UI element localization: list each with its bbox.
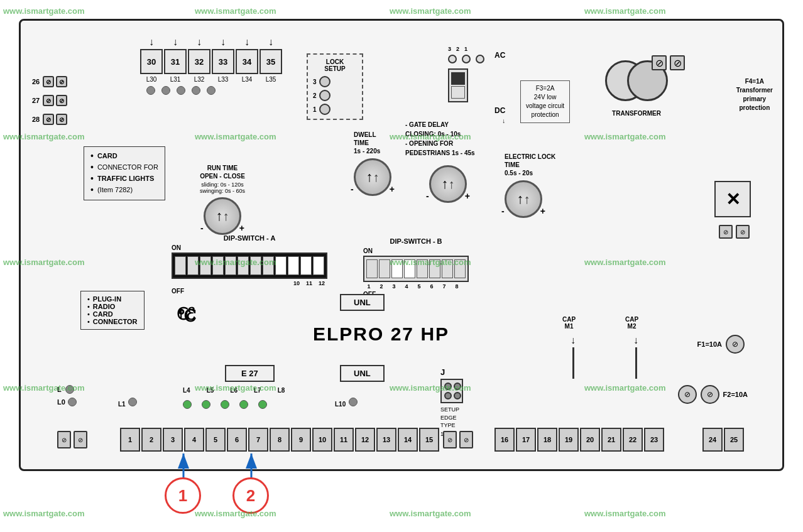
pedestrians-dial[interactable]: ↑ - + bbox=[429, 165, 467, 203]
dip-b-key-6[interactable] bbox=[429, 259, 440, 278]
circle-2-label: 2 bbox=[246, 486, 255, 506]
term-1: 1 bbox=[120, 428, 140, 452]
bullet-plugin: • bbox=[87, 295, 90, 303]
label-L34: L34 bbox=[236, 76, 258, 83]
main-title: ELPRO 27 HP bbox=[313, 323, 449, 345]
dip-a-on: ON bbox=[172, 244, 327, 251]
ped-minus: - bbox=[426, 191, 429, 201]
term-7: 7 bbox=[248, 428, 268, 452]
term-8: 8 bbox=[270, 428, 290, 452]
dip-key-2[interactable] bbox=[187, 256, 199, 275]
term-4: 4 bbox=[184, 428, 204, 452]
term-22: 22 bbox=[623, 428, 643, 452]
bottom-terminals-1: 1 2 3 4 5 6 7 8 9 10 11 12 13 14 15 bbox=[120, 428, 439, 452]
f1-fuse: ⊘ bbox=[726, 335, 745, 354]
f3-label: F3=2A24V lowvoltage circuitprotection bbox=[526, 85, 564, 118]
l-section: L L0 bbox=[57, 385, 77, 406]
dip-key-5[interactable] bbox=[225, 256, 236, 275]
dip-b-on: ON bbox=[363, 247, 469, 254]
right-screws-bottom: ⊘ ⊘ bbox=[719, 225, 750, 239]
circle-number-1: 1 bbox=[165, 477, 201, 514]
label-L33: L33 bbox=[212, 76, 234, 83]
ped-plus: + bbox=[465, 191, 470, 201]
bullet-connector2: • bbox=[87, 318, 90, 325]
term-14: 14 bbox=[398, 428, 418, 452]
L1-label: L1 bbox=[118, 401, 126, 408]
ac-switch[interactable] bbox=[448, 68, 468, 102]
dip-b-key-2[interactable] bbox=[379, 259, 390, 278]
dwell-time-dial[interactable]: ↑ - + bbox=[354, 158, 391, 196]
dip-b-key-8[interactable] bbox=[454, 259, 466, 278]
label-L30: L30 bbox=[140, 76, 163, 83]
led-L7 bbox=[239, 400, 248, 409]
terminal-32: 32 bbox=[188, 49, 210, 74]
dip-key-1[interactable] bbox=[175, 256, 186, 275]
dip-key-11[interactable] bbox=[300, 256, 312, 275]
dc-label: DC bbox=[448, 106, 505, 115]
term-5: 5 bbox=[205, 428, 226, 452]
dip-key-9[interactable] bbox=[275, 256, 287, 275]
led-L8 bbox=[258, 400, 267, 409]
gate-delay-closing: CLOSING: 0s - 10s bbox=[405, 131, 461, 138]
card-connector-box: • CARD • CONNECTOR FOR • TRAFFIC LIGHTS … bbox=[84, 146, 165, 200]
dip-key-12[interactable] bbox=[313, 256, 324, 275]
led-L35 bbox=[207, 86, 216, 95]
watermark-1: www.ismartgate.com bbox=[3, 6, 85, 16]
lock-setup-box: LOCKSETUP 3 2 1 bbox=[307, 53, 363, 120]
j-pin-2 bbox=[454, 383, 461, 390]
led-L10 bbox=[349, 398, 358, 406]
terminal-35: 35 bbox=[259, 49, 282, 74]
card2-label: CARD bbox=[93, 310, 113, 318]
bottom-terminals-3: 24 25 bbox=[702, 428, 744, 452]
watermark-3: www.ismartgate.com bbox=[390, 6, 471, 16]
j-connector: J SETUPEDGETYPE 12 bbox=[440, 366, 463, 437]
lock-plus: + bbox=[540, 206, 545, 216]
dip-b-key-1[interactable] bbox=[366, 259, 378, 278]
dial-plus: + bbox=[239, 223, 244, 233]
dip-a-numrow: 10 11 12 bbox=[172, 280, 327, 286]
f2-fuse-a: ⊘ bbox=[678, 385, 697, 404]
gate-delay-pedestrians: PEDESTRIANS 1s - 45s bbox=[405, 149, 475, 156]
electric-lock-area: ELECTRIC LOCKTIME0.5s - 20s ↑ - + bbox=[505, 153, 555, 218]
term-18: 18 bbox=[537, 428, 557, 452]
dip-b-key-3[interactable] bbox=[391, 259, 403, 278]
f2-fuse-b: ⊘ bbox=[701, 385, 719, 404]
dip-key-3[interactable] bbox=[200, 256, 211, 275]
dip-key-10[interactable] bbox=[288, 256, 299, 275]
unl-1-text: UNL bbox=[354, 298, 371, 307]
plugin-label: PLUG-IN bbox=[93, 295, 121, 303]
watermark-18: www.ismartgate.com bbox=[195, 509, 276, 518]
term-6: 6 bbox=[227, 428, 247, 452]
dip-key-6[interactable] bbox=[238, 256, 249, 275]
term-19: 19 bbox=[559, 428, 579, 452]
dwell-time-label: DWELLTIME1s - 220s bbox=[354, 131, 380, 155]
j-label: J bbox=[440, 367, 445, 377]
dip-key-8[interactable] bbox=[263, 256, 274, 275]
L-label: L bbox=[57, 386, 62, 393]
ac-connectors: 321 bbox=[448, 46, 484, 63]
lock-circle-3 bbox=[319, 76, 330, 87]
dip-key-4[interactable] bbox=[212, 256, 224, 275]
led-L33 bbox=[177, 86, 185, 95]
dip-b-key-4[interactable] bbox=[404, 259, 415, 278]
right-cross-component: ✕ bbox=[714, 181, 751, 217]
unl-box-2: UNL bbox=[340, 365, 385, 382]
cap-m2-arrow: ↓ bbox=[633, 335, 638, 346]
led-L4 bbox=[183, 400, 192, 409]
led-L30 bbox=[146, 86, 155, 95]
screw-26a: ⊘ bbox=[43, 76, 54, 87]
bullet-card2: • bbox=[87, 310, 90, 318]
dip-key-7[interactable] bbox=[250, 256, 261, 275]
led-L6 bbox=[221, 400, 229, 409]
electric-lock-dial[interactable]: ↑ - + bbox=[505, 180, 542, 218]
screw-tr-2: ⊘ bbox=[670, 55, 685, 70]
dip-b-key-7[interactable] bbox=[442, 259, 453, 278]
screw-tr-1: ⊘ bbox=[652, 55, 667, 70]
term-15: 15 bbox=[419, 428, 439, 452]
plugin-connector-box: • PLUG-IN • RADIO • CARD • CONNECTOR bbox=[80, 291, 145, 330]
dwell-minus: - bbox=[351, 184, 354, 194]
run-time-dial[interactable]: ↑ - + bbox=[204, 197, 241, 235]
lock-minus: - bbox=[501, 206, 505, 216]
term-20: 20 bbox=[580, 428, 600, 452]
dip-b-key-5[interactable] bbox=[417, 259, 428, 278]
